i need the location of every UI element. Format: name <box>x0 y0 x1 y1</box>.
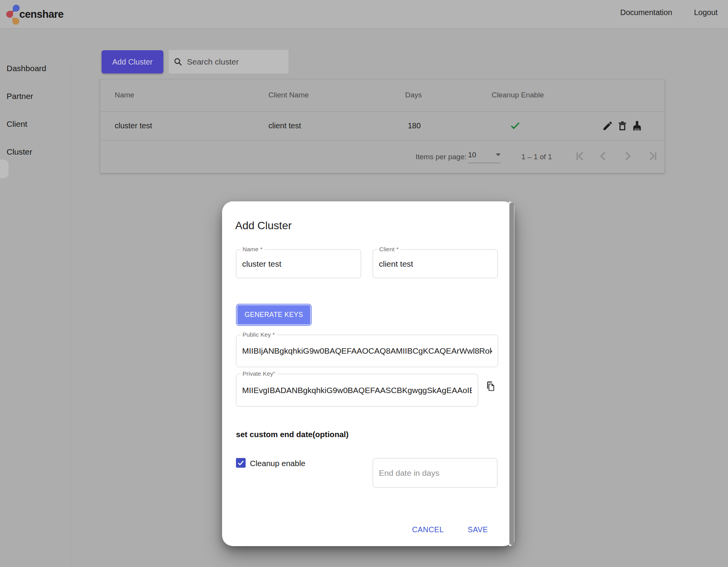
client-field: Client * <box>373 249 498 278</box>
copy-private-key-icon[interactable] <box>484 380 497 393</box>
delete-icon[interactable] <box>617 120 628 131</box>
app-root: censhare Documentation Logout Dashboard … <box>0 0 728 567</box>
private-key-field: Private Key" <box>236 374 478 407</box>
name-input[interactable] <box>236 250 361 278</box>
search-box <box>169 50 288 73</box>
add-cluster-dialog: Add Cluster Name * Client * GENERATE KEY… <box>222 201 514 546</box>
logo-drop-red-icon <box>6 11 13 18</box>
logo-drop-blue-icon <box>13 5 20 12</box>
brand-name: censhare <box>19 9 64 20</box>
column-header-days: Days <box>405 91 422 99</box>
dialog-scrollbar-thumb[interactable] <box>509 203 514 545</box>
logo-drop-gold-icon <box>12 18 19 25</box>
documentation-link[interactable]: Documentation <box>620 8 672 17</box>
client-input[interactable] <box>373 250 497 278</box>
top-bar: censhare Documentation Logout <box>0 0 728 29</box>
column-header-name: Name <box>115 91 134 99</box>
items-per-page-value: 10 <box>468 151 476 159</box>
sidebar-item-cluster[interactable]: Cluster <box>7 147 32 157</box>
search-input[interactable] <box>186 57 284 67</box>
last-page-icon[interactable] <box>645 149 660 164</box>
end-date-input[interactable] <box>373 458 497 487</box>
sidebar-active-indicator <box>0 160 8 178</box>
next-page-icon[interactable] <box>620 149 635 164</box>
table-row: cluster test client test 180 <box>100 112 664 141</box>
search-icon <box>173 57 183 66</box>
column-header-client: Client Name <box>268 91 309 99</box>
dialog-title: Add Cluster <box>235 220 292 232</box>
pagination-range-label: 1 – 1 of 1 <box>521 153 552 161</box>
sidebar-divider <box>71 65 71 567</box>
table-footer: Items per page: 10 1 – 1 of 1 <box>100 140 664 173</box>
public-key-field: Public Key * <box>236 335 498 367</box>
private-key-input[interactable] <box>236 374 478 406</box>
cleanup-enable-label: Cleanup enable <box>250 459 305 468</box>
end-date-field <box>373 458 497 488</box>
dialog-scrollbar-track <box>509 201 514 546</box>
items-per-page-label: Items per page: <box>416 153 467 161</box>
checkmark-icon <box>237 459 245 467</box>
column-header-cleanup: Cleanup Enable <box>492 91 544 99</box>
cluster-table: Name Client Name Days Cleanup Enable clu… <box>100 79 665 173</box>
row-actions <box>602 120 643 131</box>
cleanup-enabled-check-icon <box>509 119 521 132</box>
cell-name: cluster test <box>115 121 152 130</box>
cell-days: 180 <box>408 121 421 130</box>
cleanup-enable-checkbox[interactable] <box>236 458 246 468</box>
sidebar-item-dashboard[interactable]: Dashboard <box>7 64 46 73</box>
cleanup-icon[interactable] <box>631 120 643 131</box>
generate-keys-button[interactable]: GENERATE KEYS <box>236 304 312 326</box>
censhare-logo: censhare <box>6 3 72 26</box>
chevron-down-icon <box>496 153 501 157</box>
cell-client: client test <box>268 121 301 130</box>
save-button[interactable]: SAVE <box>465 525 490 534</box>
custom-end-date-heading: set custom end date(optional) <box>236 430 349 439</box>
add-cluster-button[interactable]: Add Cluster <box>102 50 163 73</box>
sidebar-item-client[interactable]: Client <box>7 119 27 129</box>
items-per-page-select[interactable]: 10 <box>468 151 501 163</box>
edit-icon[interactable] <box>602 120 613 131</box>
logout-link[interactable]: Logout <box>694 8 718 17</box>
public-key-input[interactable] <box>236 335 498 367</box>
name-field: Name * <box>236 249 361 278</box>
previous-page-icon[interactable] <box>596 149 611 164</box>
table-header-row: Name Client Name Days Cleanup Enable <box>100 80 664 112</box>
sidebar-item-partner[interactable]: Partner <box>7 92 33 101</box>
first-page-icon[interactable] <box>573 149 588 164</box>
cancel-button[interactable]: CANCEL <box>410 525 446 534</box>
